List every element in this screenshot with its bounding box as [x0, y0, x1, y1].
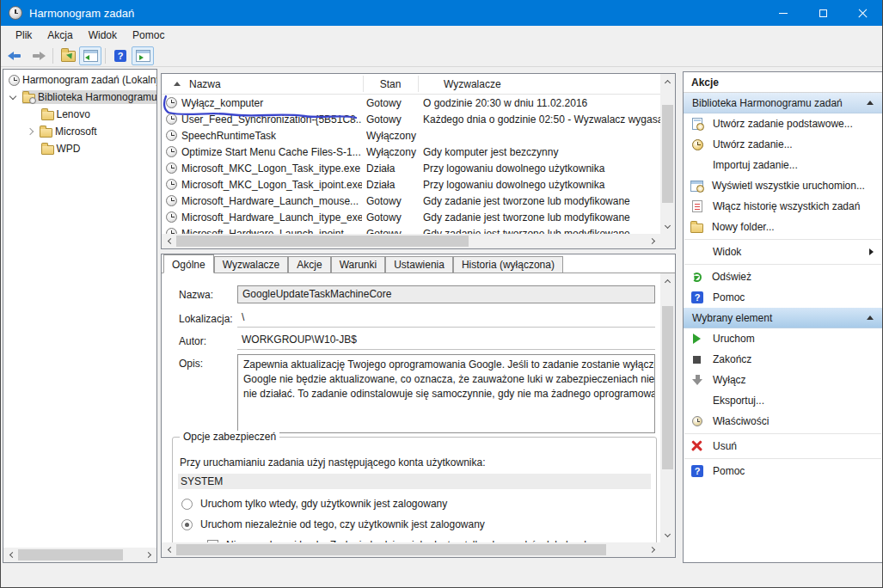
scrollbar-thumb[interactable] — [176, 236, 469, 247]
export-list-button[interactable] — [57, 46, 79, 65]
task-row[interactable]: Microsoft_MKC_Logon_Task_ipoint.exeDział… — [162, 176, 660, 193]
back-button[interactable] — [4, 46, 27, 65]
scrollbar-thumb[interactable] — [662, 306, 673, 469]
chevron-collapsed-icon[interactable] — [27, 128, 34, 135]
action-właściwości[interactable]: Właściwości — [684, 411, 882, 432]
menu-plik[interactable]: Plik — [8, 28, 40, 43]
tab-historia-wyłączona[interactable]: Historia (wyłączona) — [453, 256, 563, 273]
chevron-expanded-icon[interactable] — [9, 92, 16, 99]
task-row[interactable]: Microsoft_MKC_Logon_Task_itype.exeDziała… — [162, 160, 660, 176]
scroll-right-button[interactable] — [142, 548, 156, 562]
scroll-down-button[interactable] — [660, 219, 675, 234]
task-row[interactable]: Microsoft_Hardware_Launch_mouse...Gotowy… — [162, 193, 660, 209]
scroll-up-button[interactable] — [660, 273, 675, 288]
action-wyświetl-wszystkie-uruchomion[interactable]: Wyświetl wszystkie uruchomion... — [684, 175, 882, 196]
tree-item-root[interactable]: Harmonogram zadań (Lokalny) — [3, 71, 156, 89]
actions-section-header-wybrany-element[interactable]: Wybrany element — [684, 308, 882, 328]
action-label: Utwórz zadanie... — [713, 138, 793, 150]
scroll-left-button[interactable] — [3, 548, 18, 562]
scroll-up-button[interactable] — [660, 74, 675, 89]
list-horizontal-scrollbar[interactable] — [162, 234, 660, 248]
task-row[interactable]: Wyłącz_komputerGotowyO godzinie 20:30 w … — [162, 95, 660, 111]
tree-item-wpd[interactable]: WPD — [3, 140, 156, 157]
tab-akcje[interactable]: Akcje — [288, 256, 330, 273]
toolbar-separator — [105, 48, 106, 64]
tab-ogólne[interactable]: Ogólne — [163, 254, 214, 273]
scroll-down-button[interactable] — [660, 528, 675, 542]
description-field[interactable]: Zapewnia aktualizację Twojego oprogramow… — [237, 354, 655, 433]
task-row[interactable]: Microsoft_Hardware_Launch_ipointGotowyGd… — [162, 225, 660, 234]
task-clock-icon — [166, 162, 177, 174]
action-nowy-folder[interactable]: Nowy folder... — [684, 217, 882, 237]
scroll-left-button[interactable] — [162, 234, 176, 248]
menu-pomoc[interactable]: Pomoc — [125, 28, 172, 43]
menu-widok[interactable]: Widok — [81, 28, 125, 43]
tree-item-lenovo[interactable]: Lenovo — [3, 106, 156, 123]
tree-item-library[interactable]: Biblioteka Harmonogramu zadań — [3, 89, 156, 106]
display-running-tasks-icon — [690, 181, 703, 192]
help-icon — [691, 291, 703, 303]
list-vertical-scrollbar[interactable] — [660, 74, 675, 234]
column-header-wyzwalacze[interactable]: Wyzwalacze — [418, 74, 660, 95]
action-pomoc[interactable]: Pomoc — [684, 461, 882, 481]
task-row[interactable]: Microsoft_Hardware_Launch_itype_exeGotow… — [162, 209, 660, 225]
task-clock-icon — [166, 130, 177, 141]
console-tree-toggle-button[interactable] — [79, 46, 101, 65]
action-wyłącz[interactable]: Wyłącz — [684, 370, 882, 390]
action-usuń[interactable]: Usuń — [684, 436, 882, 456]
author-field[interactable]: WORKGROUP\W10-JB$ — [237, 332, 655, 350]
task-clock-icon — [166, 146, 177, 157]
radio-row-logged-on[interactable]: Uruchom tylko wtedy, gdy użytkownik jest… — [181, 498, 447, 510]
tab-warunki[interactable]: Warunki — [331, 256, 386, 273]
scrollbar-thumb[interactable] — [176, 544, 606, 555]
close-button[interactable] — [843, 0, 882, 26]
tree-horizontal-scrollbar[interactable] — [3, 548, 156, 562]
action-utwórz-zadanie[interactable]: Utwórz zadanie... — [684, 134, 882, 155]
actions-section-header-biblioteka-harmonogramu-zadań[interactable]: Biblioteka Harmonogramu zadań — [684, 93, 882, 113]
detail-horizontal-scrollbar[interactable] — [162, 542, 660, 557]
forward-icon — [30, 49, 46, 63]
scrollbar-thumb[interactable] — [18, 549, 123, 560]
action-pomoc[interactable]: Pomoc — [684, 287, 882, 308]
action-uruchom[interactable]: Uruchom — [684, 328, 882, 349]
console-tree-toggle-icon — [83, 50, 98, 62]
action-włącz-historię-wszystkich-zadań[interactable]: Włącz historię wszystkich zadań — [684, 196, 882, 217]
column-header-stan[interactable]: Stan — [363, 74, 418, 95]
radio-run-regardless[interactable] — [181, 519, 193, 530]
action-importuj-zadanie[interactable]: Importuj zadanie... — [684, 155, 882, 175]
scroll-right-button[interactable] — [646, 542, 660, 557]
action-zakończ[interactable]: Zakończ — [684, 349, 882, 370]
column-header-nazwa[interactable]: Nazwa — [162, 74, 363, 95]
action-odśwież[interactable]: Odśwież — [684, 266, 882, 287]
task-row[interactable]: User_Feed_Synchronization-{5B51C8...Goto… — [162, 111, 660, 127]
chevron-right-icon — [145, 552, 151, 558]
action-utwórz-zadanie-podstawowe[interactable]: Utwórz zadanie podstawowe... — [684, 113, 882, 134]
task-row[interactable]: Optimize Start Menu Cache Files-S-1...Wy… — [162, 144, 660, 160]
run-icon — [690, 332, 704, 346]
tree-item-microsoft[interactable]: Microsoft — [3, 123, 156, 140]
task-row[interactable]: SpeechRuntimeTaskWyłączony — [162, 127, 660, 144]
tab-wyzwalacze[interactable]: Wyzwalacze — [214, 256, 289, 273]
name-field[interactable]: GoogleUpdateTaskMachineCore — [237, 285, 655, 303]
help-button[interactable]: ? — [109, 46, 132, 65]
minimize-button[interactable] — [763, 0, 803, 26]
scroll-right-button[interactable] — [646, 234, 660, 248]
location-field[interactable]: \ — [237, 309, 655, 328]
radio-row-any[interactable]: Uruchom niezależnie od tego, czy użytkow… — [181, 518, 485, 530]
account-value[interactable]: SYSTEM — [178, 474, 651, 489]
menu-akcja[interactable]: Akcja — [40, 28, 80, 43]
collapse-arrow-icon[interactable] — [867, 315, 874, 320]
chevron-right-icon — [649, 238, 655, 244]
scrollbar-thumb[interactable] — [662, 105, 673, 203]
scroll-left-button[interactable] — [162, 542, 176, 557]
detail-vertical-scrollbar[interactable] — [660, 273, 675, 542]
action-widok[interactable]: Widok — [684, 242, 882, 262]
forward-button[interactable] — [27, 46, 49, 65]
task-state: Gotowy — [366, 111, 418, 127]
action-eksportuj[interactable]: Eksportuj... — [684, 390, 882, 411]
action-pane-toggle-button[interactable] — [132, 46, 154, 65]
radio-logged-on[interactable] — [181, 499, 193, 510]
maximize-button[interactable] — [803, 0, 843, 26]
tab-ustawienia[interactable]: Ustawienia — [385, 256, 453, 273]
collapse-arrow-icon[interactable] — [867, 101, 874, 105]
